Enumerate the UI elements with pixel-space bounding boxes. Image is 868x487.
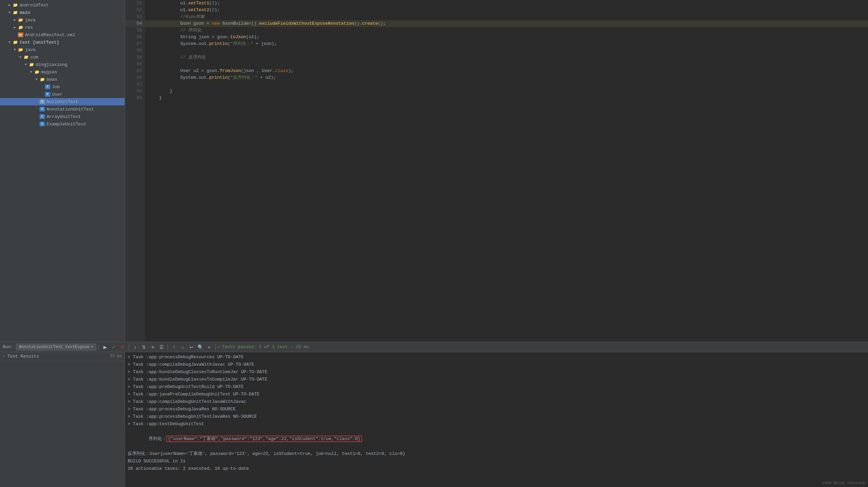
tree-arrow-bean — [34, 77, 39, 82]
pin-button[interactable]: ↩ — [188, 343, 195, 351]
folder-icon-mygson: 📁 — [34, 69, 40, 75]
tree-item-androidmanifest[interactable]: MF AndroidManifest.xml — [0, 31, 125, 39]
folder-icon-main: 📁 — [12, 10, 18, 15]
console-task-7: > Task :app:compileDebugUnitTestJavaWith… — [128, 398, 865, 406]
class-icon-job: C — [45, 84, 51, 90]
scroll-up-button[interactable]: ↑ — [170, 343, 178, 351]
code-line-51: u1.setTest1(1); — [145, 0, 868, 7]
tree-arrow-res — [12, 25, 18, 30]
tree-item-user[interactable]: C User — [0, 91, 125, 98]
code-line-55: // 序列化 — [145, 27, 868, 34]
run-button[interactable]: ▶ — [101, 343, 109, 351]
code-editor: 51 52 53 54 55 56 57 58 59 60 61 62 63 6… — [125, 0, 868, 342]
console-task-10: > Task :app:testDebugUnitTest — [128, 420, 865, 428]
code-line-53: //Gson对象 — [145, 14, 868, 20]
code-line-64: } — [145, 88, 868, 95]
line-num-53: 53 — [125, 14, 145, 20]
class-icon-exampleunittest: C — [39, 121, 45, 127]
console-serialized-line: 序列化：{"userName":"丁家雄","password":"123","… — [128, 428, 865, 450]
bottom-panel: Run: AnnotationUnitTest.testExpose × ▶ ✓… — [0, 342, 868, 487]
test-results-time: 33 ms — [110, 354, 122, 359]
run-toolbar: Run: AnnotationUnitTest.testExpose × ▶ ✓… — [0, 342, 868, 352]
code-container: 51 52 53 54 55 56 57 58 59 60 61 62 63 6… — [125, 0, 868, 342]
tree-arrow-empty-user — [39, 92, 45, 97]
line-numbers: 51 52 53 54 55 56 57 58 59 60 61 62 63 6… — [125, 0, 145, 342]
tree-item-arrayunittest[interactable]: C ArrayUnitTest — [0, 113, 125, 120]
toolbar-separator-1 — [99, 344, 99, 350]
tree-label-com: com — [30, 55, 38, 60]
run-label: Run: — [3, 344, 13, 349]
code-line-60 — [145, 61, 868, 68]
class-icon-user: C — [45, 92, 51, 97]
tree-arrow-empty-arrayunittest — [34, 114, 39, 119]
folder-icon-androidtest: 📁 — [12, 2, 18, 8]
tree-label-mygson: mygson — [41, 70, 57, 75]
folder-icon-test: 📁 — [12, 40, 18, 45]
tree-item-test[interactable]: 📁 test [unitTest] — [0, 39, 125, 46]
test-passed-text: Tests passed: 1 of 1 test – 33 ms — [222, 344, 309, 349]
watermark: CSDN @Ding Jiaxiong — [822, 481, 865, 485]
filter-button[interactable]: ≡ — [149, 343, 156, 351]
filter2-button[interactable]: ☰ — [158, 343, 165, 351]
tree-item-java2[interactable]: 📂 java — [0, 46, 125, 53]
tree-item-job[interactable]: C Job — [0, 83, 125, 91]
sort-button[interactable]: ↕ — [131, 343, 139, 351]
tree-label-dingjiaxiong: dingjiaxiong — [36, 62, 68, 67]
tree-item-mygson[interactable]: 📁 mygson — [0, 68, 125, 76]
tree-item-dingjiaxiong[interactable]: 📁 dingjiaxiong — [0, 61, 125, 68]
more-button[interactable]: » — [205, 343, 213, 351]
tree-item-com[interactable]: 📁 com — [0, 53, 125, 61]
console-build-success: BUILD SUCCESSFUL in 1s — [128, 458, 865, 465]
tree-label-res: res — [25, 25, 33, 30]
tree-item-bean[interactable]: 📁 bean — [0, 76, 125, 83]
tree-label-main: main — [20, 10, 30, 15]
class-icon-nullunittest: C — [39, 99, 45, 104]
tree-arrow-main — [7, 10, 12, 15]
console-task-8: > Task :app:processDebugJavaRes NO-SOURC… — [128, 406, 865, 413]
tree-label-job: Job — [52, 84, 60, 90]
folder-icon-com: 📁 — [23, 54, 29, 60]
console-panel: > Task :app:processDebugResources UP-TO-… — [125, 352, 868, 487]
tree-arrow-empty-annotationunittest — [34, 106, 39, 112]
rerun-tests-button[interactable]: ✓ — [110, 343, 118, 351]
tree-item-main[interactable]: 📁 main — [0, 9, 125, 16]
console-deserialized-line: 反序列化：User{userName='丁家雄', password='123'… — [128, 450, 865, 458]
tree-label-java: java — [25, 18, 35, 23]
tree-label-androidmanifest: AndroidManifest.xml — [25, 32, 75, 38]
tree-item-nullunittest[interactable]: C NullUnitTest — [0, 98, 125, 105]
run-tab[interactable]: AnnotationUnitTest.testExpose × — [16, 344, 96, 350]
tree-arrow-dingjiaxiong — [23, 62, 28, 67]
console-task-4: > Task :app:bundleDebugClassesToCompileJ… — [128, 376, 865, 383]
line-num-62: 62 — [125, 74, 145, 81]
line-num-60: 60 — [125, 61, 145, 68]
test-results-panel: ✓ Test Results 33 ms — [0, 352, 125, 487]
tree-item-java[interactable]: 📂 java — [0, 16, 125, 24]
folder-src-icon-java: 📂 — [18, 17, 24, 23]
code-line-59: // 反序列化 — [145, 54, 868, 61]
tree-label-arrayunittest: ArrayUnitTest — [47, 114, 81, 119]
test-results-content — [0, 361, 125, 487]
code-line-62: System.out.println("反序列化：" + u2); — [145, 74, 868, 81]
scroll-down-button[interactable]: ↓ — [179, 343, 186, 351]
console-task-3: > Task :app:bundleDebugClassesToRuntimeJ… — [128, 368, 865, 376]
folder-src-icon-java2: 📂 — [18, 47, 24, 52]
tree-item-res[interactable]: 📁 res — [0, 24, 125, 31]
serialized-value: {"userName":"丁家雄","password":"123","age"… — [166, 436, 362, 442]
tree-item-androidtest[interactable]: 📁 androidTest — [0, 1, 125, 9]
line-num-55: 55 — [125, 27, 145, 34]
line-num-57: 57 — [125, 41, 145, 47]
serialized-prefix: 序列化： — [149, 436, 166, 441]
tree-item-annotationunittest[interactable]: C AnnotationUnitTest — [0, 105, 125, 113]
sort2-button[interactable]: ⇅ — [140, 343, 148, 351]
stop-button[interactable]: ⊘ — [119, 343, 126, 351]
run-tab-close-icon[interactable]: × — [91, 345, 93, 349]
code-line-56: String json = gson.toJson(u1); — [145, 34, 868, 41]
tree-item-exampleunittest[interactable]: C ExampleUnitTest — [0, 120, 125, 128]
tree-arrow-empty-job — [39, 84, 45, 90]
tree-label-test: test [unitTest] — [20, 40, 59, 45]
search-button[interactable]: 🔍 — [197, 343, 204, 351]
line-num-59: 59 — [125, 54, 145, 61]
code-line-63 — [145, 81, 868, 88]
tree-arrow-empty-nullunittest — [34, 99, 39, 104]
file-tree-sidebar: 📁 androidTest 📁 main 📂 java 📁 res MF And… — [0, 0, 125, 342]
